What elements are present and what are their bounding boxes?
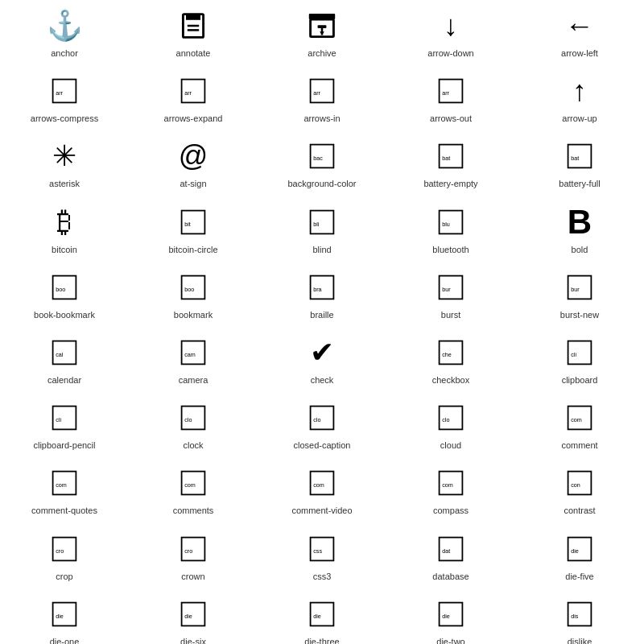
icon-cell-die-one: diedie-one: [0, 588, 129, 644]
die-two-label: die-two: [436, 637, 464, 644]
comments-icon: com: [179, 465, 208, 501]
blind-label: blind: [312, 245, 331, 255]
check-icon: ✔: [310, 335, 334, 370]
arrows-out-label: arrows-out: [430, 114, 472, 124]
svg-text:bra: bra: [313, 286, 321, 293]
icon-cell-checkbox: checheckbox: [386, 327, 515, 392]
die-six-label: die-six: [180, 637, 206, 644]
icon-cell-bold: Bbold: [515, 196, 644, 262]
braille-label: braille: [310, 310, 333, 320]
svg-text:com: com: [442, 482, 453, 489]
background-color-icon: bac: [308, 138, 336, 174]
asterisk-icon: ✳: [52, 138, 76, 174]
comment-quotes-icon: com: [50, 465, 79, 501]
icon-cell-bitcoin-circle: bitbitcoin-circle: [129, 196, 258, 262]
svg-text:arr: arr: [442, 90, 449, 97]
svg-text:dis: dis: [571, 613, 579, 620]
background-color-label: background-color: [288, 179, 357, 189]
die-one-icon: die: [50, 597, 79, 632]
svg-text:cro: cro: [56, 547, 64, 555]
css3-label: css3: [313, 572, 332, 582]
svg-text:die: die: [56, 613, 64, 620]
icon-cell-clock: cloclock: [129, 392, 258, 457]
annotate-label: annotate: [176, 48, 211, 59]
icon-cell-arrow-left: ←arrow-left: [515, 0, 644, 65]
anchor-icon: ⚓: [47, 8, 83, 43]
icon-cell-camera: camcamera: [129, 327, 258, 392]
braille-icon: bra: [308, 270, 336, 305]
database-label: database: [432, 572, 469, 582]
crop-label: crop: [56, 572, 72, 582]
icon-cell-arrows-expand: arrarrows-expand: [129, 65, 258, 130]
icon-cell-bitcoin: ₿bitcoin: [0, 196, 129, 262]
svg-text:dat: dat: [442, 547, 450, 555]
comment-icon: com: [565, 400, 594, 436]
clipboard-label: clipboard: [562, 375, 598, 386]
bitcoin-icon: ₿: [57, 204, 72, 240]
arrow-up-icon: ↑: [572, 73, 587, 109]
cloud-icon: clo: [436, 400, 465, 436]
book-bookmark-icon: boo: [50, 270, 79, 305]
bitcoin-circle-label: bitcoin-circle: [168, 245, 217, 255]
asterisk-label: asterisk: [49, 179, 80, 189]
bluetooth-icon: blu: [436, 204, 465, 240]
svg-text:bac: bac: [313, 155, 323, 163]
svg-text:arr: arr: [184, 90, 192, 97]
svg-text:com: com: [56, 482, 67, 489]
icon-cell-closed-caption: cloclosed-caption: [258, 392, 386, 457]
crop-icon: cro: [50, 531, 79, 567]
clipboard-pencil-icon: cli: [50, 400, 79, 436]
icon-cell-at-sign: @at-sign: [129, 130, 258, 196]
svg-text:cam: cam: [184, 351, 196, 358]
svg-text:cli: cli: [571, 351, 576, 358]
icon-cell-clipboard-pencil: cliclipboard-pencil: [0, 392, 129, 457]
clock-label: clock: [183, 440, 203, 451]
arrows-in-label: arrows-in: [303, 114, 340, 124]
icon-cell-bluetooth: blubluetooth: [386, 196, 515, 262]
burst-new-icon: bur: [565, 270, 594, 305]
camera-icon: cam: [179, 335, 208, 370]
svg-text:com: com: [571, 417, 582, 424]
icon-cell-burst-new: burburst-new: [515, 262, 644, 327]
css3-icon: css: [308, 531, 336, 567]
svg-text:com: com: [184, 482, 196, 489]
svg-rect-1: [186, 14, 200, 20]
icon-cell-arrows-out: arrarrows-out: [386, 65, 515, 130]
die-two-icon: die: [436, 597, 465, 632]
bitcoin-circle-icon: bit: [179, 204, 208, 240]
bookmark-icon: boo: [179, 270, 208, 305]
icon-cell-die-five: diedie-five: [515, 523, 644, 588]
svg-text:bur: bur: [442, 286, 451, 293]
icon-cell-comments: comcomments: [129, 457, 258, 522]
arrows-expand-icon: arr: [179, 73, 208, 109]
svg-text:clo: clo: [184, 417, 192, 424]
die-five-icon: die: [565, 531, 594, 567]
svg-text:die: die: [184, 613, 192, 620]
contrast-label: contrast: [564, 506, 595, 516]
bold-icon: B: [568, 204, 592, 240]
svg-text:die: die: [571, 547, 579, 555]
svg-text:boo: boo: [56, 286, 65, 293]
comment-video-icon: com: [308, 465, 336, 501]
icon-cell-anchor: ⚓anchor: [0, 0, 129, 65]
icon-cell-comment: comcomment: [515, 392, 644, 457]
die-six-icon: die: [179, 597, 208, 632]
crown-icon: cro: [179, 531, 208, 567]
clipboard-pencil-label: clipboard-pencil: [33, 440, 95, 451]
icon-cell-crown: crocrown: [129, 523, 258, 588]
arrow-left-icon: ←: [565, 8, 594, 43]
icon-cell-comment-quotes: comcomment-quotes: [0, 457, 129, 522]
icon-cell-battery-full: batbattery-full: [515, 130, 644, 196]
dislike-icon: dis: [565, 597, 594, 632]
icon-cell-background-color: bacbackground-color: [258, 130, 386, 196]
comments-label: comments: [173, 506, 214, 516]
bookmark-label: bookmark: [174, 310, 213, 320]
svg-text:arr: arr: [313, 90, 320, 97]
arrows-expand-label: arrows-expand: [164, 114, 223, 124]
dislike-label: dislike: [568, 637, 592, 644]
burst-new-label: burst-new: [560, 310, 599, 320]
archive-label: archive: [308, 48, 336, 59]
icon-cell-burst: burburst: [386, 262, 515, 327]
icon-cell-asterisk: ✳asterisk: [0, 130, 129, 196]
icon-cell-annotate: annotate: [129, 0, 258, 65]
